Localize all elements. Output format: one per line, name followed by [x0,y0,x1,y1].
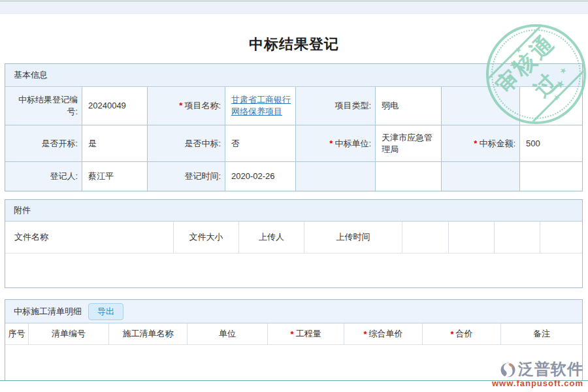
fanpu-logo-icon [499,361,517,378]
attachments-table-body [5,253,582,287]
reg-no-value: 20240049 [82,87,148,125]
project-type-label: 项目类型: [296,87,376,125]
attach-col-uploader: 上传人 [239,221,304,253]
page: 中标结果登记 基本信息 中标结果登记编号: 20240049 * 项目名称: 甘… [0,0,588,392]
vendor-logo-row: 泛普软件 [492,359,583,380]
basic-info-table: 中标结果登记编号: 20240049 * 项目名称: 甘肃省工商银行 网络保养项… [5,87,582,191]
attachments-table-header: 文件名称 文件大小 上传人 上传时间 [5,221,582,253]
attach-col-uploadtime: 上传时间 [304,221,402,253]
reg-time-label: 登记时间: [148,162,225,191]
attach-col-empty [402,221,449,253]
bid-col-unit-price: * 综合单价 [344,323,423,345]
bid-won-label: 是否中标: [148,125,225,162]
bid-col-list-name: 施工清单名称 [109,323,188,345]
empty-label-cell [442,162,520,191]
export-button[interactable]: 导出 [88,303,123,320]
vendor-brand: 泛普软件 [518,359,583,380]
empty-label-cell [296,162,376,191]
bid-col-unit: 单位 [188,323,268,345]
winning-unit-value: 天津市应急管理局 [376,125,442,162]
bid-won-value: 否 [225,125,296,162]
bid-col-list-no: 清单编号 [29,323,109,345]
bid-detail-table-header: 序号 清单编号 施工清单名称 单位 * 工程量 * 综合单价 * 合价 备注 [5,323,582,345]
winning-amount-value: 500 [520,125,582,162]
project-name-cell: 甘肃省工商银行 网络保养项目 [225,87,296,125]
basic-info-panel: 基本信息 中标结果登记编号: 20240049 * 项目名称: 甘肃省工商银行 … [5,63,583,191]
empty-value-cell [376,162,442,191]
reg-no-label: 中标结果登记编号: [5,87,82,125]
top-bar [0,1,588,14]
reg-time-value: 2020-02-26 [225,162,296,191]
project-name-link[interactable]: 甘肃省工商银行 网络保养项目 [231,94,291,117]
required-marker: * [450,329,453,339]
required-marker: * [290,329,293,339]
attach-col-empty [495,221,540,253]
empty-label-cell [442,87,520,125]
empty-value-cell [520,162,582,191]
bid-detail-section-header: 中标施工清单明细 导出 [5,300,582,323]
vendor-watermark: 泛普软件 www.fanpusoft.com [492,359,583,388]
required-marker: * [474,138,477,150]
required-marker: * [179,100,182,112]
registrant-label: 登记人: [5,162,82,191]
attach-col-filename: 文件名称 [5,221,174,253]
attach-col-filesize: 文件大小 [174,221,239,253]
bid-detail-section-title: 中标施工清单明细 [14,306,82,318]
attachments-section-title: 附件 [14,204,31,216]
basic-info-section-title: 基本信息 [14,69,48,81]
required-marker: * [329,138,333,150]
attachments-panel: 附件 文件名称 文件大小 上传人 上传时间 [5,199,583,288]
bid-col-total-price: * 合价 [423,323,501,345]
attach-col-empty [449,221,495,253]
registrant-value: 蔡江平 [82,162,148,191]
bid-opened-value: 是 [82,125,148,162]
basic-info-section-header: 基本信息 [5,64,582,87]
empty-value-cell [520,87,582,125]
project-type-value: 弱电 [376,87,442,125]
attach-col-empty [540,221,582,253]
required-marker: * [363,329,367,339]
bid-col-quantity: * 工程量 [268,323,344,345]
bid-opened-label: 是否开标: [5,125,82,162]
bid-col-remark: 备注 [501,323,582,345]
winning-unit-label: * 中标单位: [296,125,376,162]
page-title: 中标结果登记 [0,35,588,54]
bid-col-seq: 序号 [5,323,29,345]
winning-amount-label: * 中标金额: [442,125,520,162]
project-name-label: * 项目名称: [148,87,225,125]
attachments-section-header: 附件 [5,200,582,221]
vendor-url: www.fanpusoft.com [492,378,583,388]
